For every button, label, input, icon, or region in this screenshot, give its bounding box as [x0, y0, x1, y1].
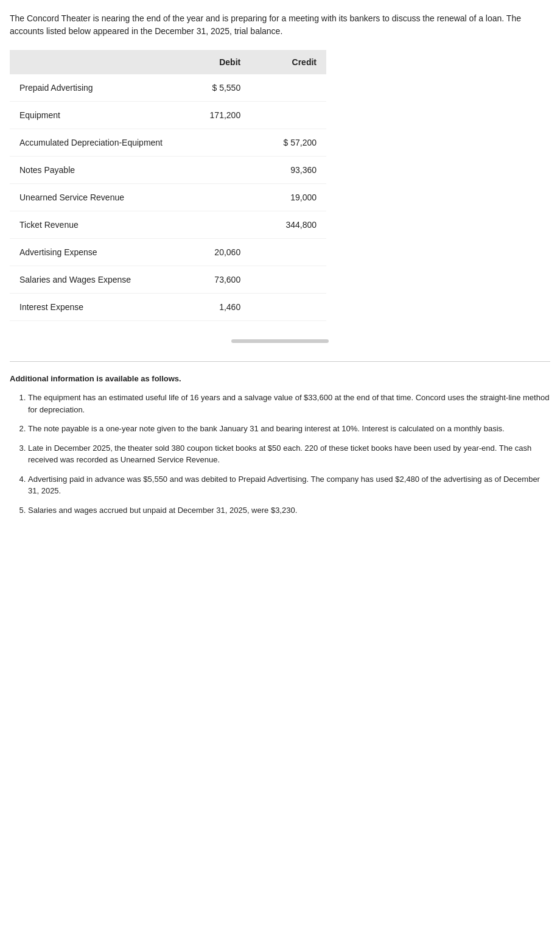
credit-cell: $ 57,200 [250, 129, 326, 157]
account-cell: Advertising Expense [10, 239, 174, 266]
table-header-row: Debit Credit [10, 50, 326, 74]
account-cell: Interest Expense [10, 294, 174, 321]
account-cell: Salaries and Wages Expense [10, 266, 174, 294]
debit-cell: 73,600 [174, 266, 250, 294]
credit-cell: 19,000 [250, 184, 326, 211]
scroll-indicator [231, 339, 329, 343]
section-divider [10, 361, 550, 362]
credit-cell: 344,800 [250, 211, 326, 239]
additional-info-item: Late in December 2025, the theater sold … [28, 442, 550, 466]
debit-cell [174, 129, 250, 157]
account-cell: Accumulated Depreciation-Equipment [10, 129, 174, 157]
credit-cell: 93,360 [250, 157, 326, 184]
additional-info-list: The equipment has an estimated useful li… [10, 392, 550, 516]
account-header [10, 50, 174, 74]
additional-info-item: The equipment has an estimated useful li… [28, 392, 550, 415]
debit-cell [174, 184, 250, 211]
account-cell: Ticket Revenue [10, 211, 174, 239]
account-cell: Equipment [10, 102, 174, 129]
account-cell: Prepaid Advertising [10, 74, 174, 102]
intro-paragraph: The Concord Theater is nearing the end o… [10, 12, 550, 38]
credit-cell [250, 294, 326, 321]
debit-cell [174, 157, 250, 184]
table-row: Ticket Revenue344,800 [10, 211, 326, 239]
additional-info-title: Additional information is available as f… [10, 374, 550, 383]
additional-info-item: The note payable is a one-year note give… [28, 423, 550, 435]
account-cell: Notes Payable [10, 157, 174, 184]
table-row: Advertising Expense20,060 [10, 239, 326, 266]
additional-info-section: Additional information is available as f… [10, 374, 550, 516]
account-cell: Unearned Service Revenue [10, 184, 174, 211]
trial-balance-table: Debit Credit Prepaid Advertising$ 5,550E… [10, 50, 326, 321]
credit-cell [250, 102, 326, 129]
table-row: Salaries and Wages Expense73,600 [10, 266, 326, 294]
credit-cell [250, 74, 326, 102]
debit-cell: 20,060 [174, 239, 250, 266]
debit-cell: $ 5,550 [174, 74, 250, 102]
additional-info-item: Advertising paid in advance was $5,550 a… [28, 473, 550, 497]
debit-cell: 171,200 [174, 102, 250, 129]
credit-cell [250, 266, 326, 294]
table-row: Prepaid Advertising$ 5,550 [10, 74, 326, 102]
table-row: Accumulated Depreciation-Equipment$ 57,2… [10, 129, 326, 157]
table-row: Unearned Service Revenue19,000 [10, 184, 326, 211]
credit-header: Credit [250, 50, 326, 74]
debit-cell [174, 211, 250, 239]
table-row: Notes Payable93,360 [10, 157, 326, 184]
credit-cell [250, 239, 326, 266]
debit-cell: 1,460 [174, 294, 250, 321]
table-row: Interest Expense1,460 [10, 294, 326, 321]
additional-info-item: Salaries and wages accrued but unpaid at… [28, 504, 550, 517]
debit-header: Debit [174, 50, 250, 74]
table-row: Equipment171,200 [10, 102, 326, 129]
